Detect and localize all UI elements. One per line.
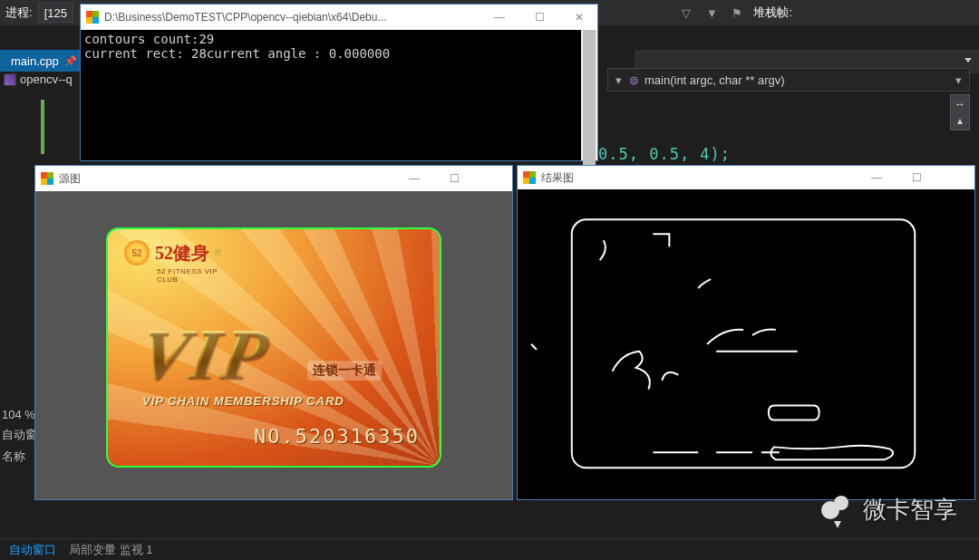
result-titlebar[interactable]: 结果图 — ☐ ✕ bbox=[518, 166, 974, 189]
change-marker bbox=[41, 100, 44, 154]
project-icon bbox=[4, 73, 16, 86]
brand-logo-icon: 52 bbox=[124, 240, 150, 266]
bottom-status-bar: 自动窗口 局部变量 监视 1 bbox=[0, 538, 979, 560]
close-button[interactable]: ✕ bbox=[567, 11, 592, 24]
console-output: contours count:29 current rect: 28curren… bbox=[81, 30, 597, 160]
function-icon: ⊚ bbox=[629, 73, 639, 87]
zoom-level[interactable]: 104 % bbox=[0, 408, 37, 421]
chevron-down-icon[interactable]: ▾ bbox=[616, 73, 622, 87]
filter-icon[interactable]: ▽ bbox=[677, 4, 695, 22]
result-image bbox=[518, 189, 974, 499]
expand-icon[interactable]: ↔ bbox=[955, 98, 965, 111]
scope-nav[interactable]: ▾ ⊚ main(int argc, char ** argv) ▾ bbox=[607, 68, 970, 92]
chevron-down-icon[interactable]: ▾ bbox=[955, 73, 962, 87]
maximize-button[interactable]: ☐ bbox=[527, 11, 552, 24]
maximize-button[interactable]: ☐ bbox=[441, 172, 467, 185]
brand-text: 52健身 bbox=[155, 241, 209, 266]
svg-rect-0 bbox=[572, 220, 915, 468]
process-label: 进程: bbox=[5, 5, 33, 21]
detected-card: 52 52健身 ® 52 FITNESS VIP CLUB VIP 连锁一卡通 … bbox=[106, 227, 441, 468]
scrollbar[interactable] bbox=[581, 30, 597, 160]
vip-text: VIP bbox=[133, 313, 276, 394]
brand-subtext: 52 FITNESS VIP CLUB bbox=[157, 267, 221, 284]
wechat-icon bbox=[821, 496, 854, 525]
autos-tab[interactable]: 自动窗口 bbox=[9, 542, 56, 558]
source-titlebar[interactable]: 源图 — ☐ ✕ bbox=[35, 166, 512, 191]
filter-off-icon[interactable]: ▼ bbox=[703, 4, 721, 22]
console-titlebar[interactable]: D:\Business\DemoTEST\CPP\opencv--qiebian… bbox=[81, 5, 597, 30]
console-window[interactable]: D:\Business\DemoTEST\CPP\opencv--qiebian… bbox=[80, 4, 598, 161]
app-icon bbox=[523, 171, 536, 184]
pin-icon[interactable]: 📌 bbox=[64, 55, 77, 67]
scroll-thumb[interactable] bbox=[583, 30, 596, 175]
minimize-button[interactable]: — bbox=[487, 11, 512, 24]
vip-subtext: VIP CHAIN MEMBERSHIP CARD bbox=[142, 394, 344, 408]
source-image: 52 52健身 ® 52 FITNESS VIP CLUB VIP 连锁一卡通 … bbox=[35, 191, 512, 499]
tab-label: main.cpp bbox=[11, 54, 59, 68]
watermark-text: 微卡智享 bbox=[863, 494, 957, 526]
minimize-button[interactable]: — bbox=[864, 171, 889, 184]
maximize-button[interactable]: ☐ bbox=[904, 171, 929, 184]
function-signature: main(int argc, char ** argv) bbox=[645, 73, 785, 87]
watermark: 微卡智享 bbox=[821, 494, 957, 526]
left-status: 104 % 自动窗 名称 bbox=[0, 408, 37, 470]
result-window[interactable]: 结果图 — ☐ ✕ bbox=[517, 165, 975, 500]
source-window[interactable]: 源图 — ☐ ✕ 52 52健身 ® 52 FITNESS VIP CLUB V… bbox=[34, 165, 513, 500]
source-title: 源图 bbox=[59, 171, 81, 187]
result-title: 结果图 bbox=[541, 170, 574, 186]
status-rest[interactable]: 局部变量 监视 1 bbox=[69, 542, 152, 558]
collapse-up-icon[interactable]: ▴ bbox=[957, 114, 963, 127]
margin-dock[interactable]: ↔ ▴ bbox=[950, 94, 970, 130]
app-icon bbox=[41, 172, 53, 185]
card-number: NO.520316350 bbox=[254, 425, 420, 448]
minimize-button[interactable]: — bbox=[402, 172, 427, 185]
project-selector[interactable]: opencv--q bbox=[4, 72, 73, 86]
vip-side-text: 连锁一卡通 bbox=[307, 361, 382, 381]
app-icon bbox=[86, 11, 99, 24]
console-title: D:\Business\DemoTEST\CPP\opencv--qiebian… bbox=[104, 11, 386, 24]
process-select[interactable]: [125 bbox=[38, 3, 73, 23]
name-label: 名称 bbox=[0, 449, 37, 465]
flag-icon[interactable]: ⚑ bbox=[728, 4, 746, 22]
stackframe-label: 堆栈帧: bbox=[753, 5, 792, 21]
project-label: opencv--q bbox=[20, 72, 73, 86]
reg-icon: ® bbox=[215, 248, 221, 258]
code-fragment: 0.5, 0.5, 4); bbox=[598, 145, 731, 163]
autos-label: 自动窗 bbox=[0, 427, 37, 443]
